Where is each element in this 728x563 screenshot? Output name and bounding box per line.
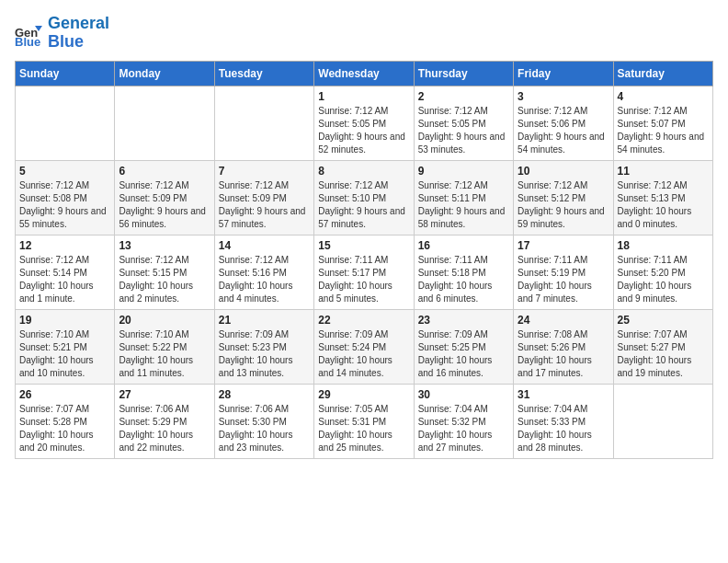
day-number: 28: [219, 388, 310, 401]
day-number: 12: [19, 239, 110, 252]
day-info: Sunrise: 7:11 AM Sunset: 5:19 PM Dayligh…: [518, 254, 609, 305]
day-number: 6: [119, 165, 210, 178]
calendar-cell: 22Sunrise: 7:09 AM Sunset: 5:24 PM Dayli…: [314, 309, 414, 384]
day-number: 25: [618, 314, 709, 327]
week-row-2: 5Sunrise: 7:12 AM Sunset: 5:08 PM Daylig…: [16, 160, 713, 235]
day-info: Sunrise: 7:09 AM Sunset: 5:25 PM Dayligh…: [418, 328, 509, 380]
calendar-cell: 1Sunrise: 7:12 AM Sunset: 5:05 PM Daylig…: [314, 86, 414, 160]
weekday-header-sunday: Sunday: [16, 61, 115, 86]
calendar-cell: [613, 384, 712, 458]
calendar-cell: 3Sunrise: 7:12 AM Sunset: 5:06 PM Daylig…: [514, 86, 613, 160]
day-info: Sunrise: 7:12 AM Sunset: 5:07 PM Dayligh…: [618, 105, 709, 156]
calendar-cell: 5Sunrise: 7:12 AM Sunset: 5:08 PM Daylig…: [16, 160, 115, 235]
calendar-cell: 8Sunrise: 7:12 AM Sunset: 5:10 PM Daylig…: [314, 160, 414, 235]
day-info: Sunrise: 7:11 AM Sunset: 5:20 PM Dayligh…: [618, 254, 709, 305]
logo-text: GeneralBlue: [48, 15, 109, 52]
calendar-cell: 17Sunrise: 7:11 AM Sunset: 5:19 PM Dayli…: [514, 235, 613, 309]
day-number: 17: [518, 239, 609, 252]
day-number: 11: [618, 165, 709, 178]
day-info: Sunrise: 7:11 AM Sunset: 5:18 PM Dayligh…: [418, 254, 509, 305]
day-number: 5: [19, 165, 110, 178]
weekday-header-tuesday: Tuesday: [214, 61, 313, 86]
day-number: 13: [119, 239, 210, 252]
calendar-cell: 24Sunrise: 7:08 AM Sunset: 5:26 PM Dayli…: [514, 309, 613, 384]
day-info: Sunrise: 7:06 AM Sunset: 5:30 PM Dayligh…: [219, 403, 310, 454]
week-row-1: 1Sunrise: 7:12 AM Sunset: 5:05 PM Daylig…: [16, 86, 713, 160]
weekday-header-saturday: Saturday: [613, 61, 712, 86]
day-number: 24: [518, 314, 609, 327]
day-number: 18: [618, 239, 709, 252]
weekday-header-row: SundayMondayTuesdayWednesdayThursdayFrid…: [16, 61, 713, 86]
day-number: 29: [318, 388, 409, 401]
day-info: Sunrise: 7:08 AM Sunset: 5:26 PM Dayligh…: [518, 328, 609, 380]
calendar-cell: 23Sunrise: 7:09 AM Sunset: 5:25 PM Dayli…: [414, 309, 513, 384]
day-info: Sunrise: 7:12 AM Sunset: 5:14 PM Dayligh…: [19, 254, 110, 305]
logo: Gen Blue GeneralBlue: [15, 15, 109, 52]
calendar-cell: 14Sunrise: 7:12 AM Sunset: 5:16 PM Dayli…: [214, 235, 313, 309]
calendar-cell: 20Sunrise: 7:10 AM Sunset: 5:22 PM Dayli…: [115, 309, 214, 384]
day-info: Sunrise: 7:07 AM Sunset: 5:27 PM Dayligh…: [618, 328, 709, 380]
day-number: 1: [318, 90, 409, 103]
day-number: 10: [518, 165, 609, 178]
calendar-cell: 25Sunrise: 7:07 AM Sunset: 5:27 PM Dayli…: [613, 309, 712, 384]
calendar-cell: 27Sunrise: 7:06 AM Sunset: 5:29 PM Dayli…: [115, 384, 214, 458]
day-number: 30: [418, 388, 509, 401]
calendar-cell: 16Sunrise: 7:11 AM Sunset: 5:18 PM Dayli…: [414, 235, 513, 309]
day-number: 16: [418, 239, 509, 252]
day-info: Sunrise: 7:10 AM Sunset: 5:22 PM Dayligh…: [119, 328, 210, 380]
weekday-header-friday: Friday: [514, 61, 613, 86]
day-number: 2: [418, 90, 509, 103]
day-info: Sunrise: 7:12 AM Sunset: 5:06 PM Dayligh…: [518, 105, 609, 156]
day-number: 22: [318, 314, 409, 327]
calendar-cell: [115, 86, 214, 160]
day-info: Sunrise: 7:04 AM Sunset: 5:32 PM Dayligh…: [418, 403, 509, 454]
day-number: 14: [219, 239, 310, 252]
day-info: Sunrise: 7:12 AM Sunset: 5:09 PM Dayligh…: [219, 179, 310, 231]
day-number: 26: [19, 388, 110, 401]
day-number: 21: [219, 314, 310, 327]
day-number: 9: [418, 165, 509, 178]
day-info: Sunrise: 7:12 AM Sunset: 5:11 PM Dayligh…: [418, 179, 509, 231]
day-info: Sunrise: 7:11 AM Sunset: 5:17 PM Dayligh…: [318, 254, 409, 305]
day-info: Sunrise: 7:12 AM Sunset: 5:16 PM Dayligh…: [219, 254, 310, 305]
day-number: 7: [219, 165, 310, 178]
calendar-cell: 2Sunrise: 7:12 AM Sunset: 5:05 PM Daylig…: [414, 86, 513, 160]
logo-icon: Gen Blue: [15, 18, 44, 48]
day-info: Sunrise: 7:04 AM Sunset: 5:33 PM Dayligh…: [518, 403, 609, 454]
calendar-cell: 9Sunrise: 7:12 AM Sunset: 5:11 PM Daylig…: [414, 160, 513, 235]
day-info: Sunrise: 7:06 AM Sunset: 5:29 PM Dayligh…: [119, 403, 210, 454]
calendar-cell: 26Sunrise: 7:07 AM Sunset: 5:28 PM Dayli…: [16, 384, 115, 458]
weekday-header-monday: Monday: [115, 61, 214, 86]
calendar-cell: 12Sunrise: 7:12 AM Sunset: 5:14 PM Dayli…: [16, 235, 115, 309]
weekday-header-wednesday: Wednesday: [314, 61, 414, 86]
page-header: Gen Blue GeneralBlue: [15, 15, 713, 52]
calendar-cell: 29Sunrise: 7:05 AM Sunset: 5:31 PM Dayli…: [314, 384, 414, 458]
day-number: 23: [418, 314, 509, 327]
day-info: Sunrise: 7:12 AM Sunset: 5:15 PM Dayligh…: [119, 254, 210, 305]
calendar-cell: [16, 86, 115, 160]
day-number: 4: [618, 90, 709, 103]
day-info: Sunrise: 7:09 AM Sunset: 5:23 PM Dayligh…: [219, 328, 310, 380]
week-row-4: 19Sunrise: 7:10 AM Sunset: 5:21 PM Dayli…: [16, 309, 713, 384]
calendar-cell: 11Sunrise: 7:12 AM Sunset: 5:13 PM Dayli…: [613, 160, 712, 235]
day-number: 15: [318, 239, 409, 252]
day-info: Sunrise: 7:10 AM Sunset: 5:21 PM Dayligh…: [19, 328, 110, 380]
day-number: 3: [518, 90, 609, 103]
calendar-cell: 15Sunrise: 7:11 AM Sunset: 5:17 PM Dayli…: [314, 235, 414, 309]
day-info: Sunrise: 7:12 AM Sunset: 5:09 PM Dayligh…: [119, 179, 210, 231]
day-number: 31: [518, 388, 609, 401]
calendar-cell: 21Sunrise: 7:09 AM Sunset: 5:23 PM Dayli…: [214, 309, 313, 384]
calendar-cell: 30Sunrise: 7:04 AM Sunset: 5:32 PM Dayli…: [414, 384, 513, 458]
calendar-cell: 10Sunrise: 7:12 AM Sunset: 5:12 PM Dayli…: [514, 160, 613, 235]
calendar-cell: 18Sunrise: 7:11 AM Sunset: 5:20 PM Dayli…: [613, 235, 712, 309]
calendar-cell: 6Sunrise: 7:12 AM Sunset: 5:09 PM Daylig…: [115, 160, 214, 235]
day-info: Sunrise: 7:12 AM Sunset: 5:05 PM Dayligh…: [418, 105, 509, 156]
day-info: Sunrise: 7:12 AM Sunset: 5:12 PM Dayligh…: [518, 179, 609, 231]
day-info: Sunrise: 7:12 AM Sunset: 5:13 PM Dayligh…: [618, 179, 709, 231]
calendar-cell: 31Sunrise: 7:04 AM Sunset: 5:33 PM Dayli…: [514, 384, 613, 458]
day-info: Sunrise: 7:05 AM Sunset: 5:31 PM Dayligh…: [318, 403, 409, 454]
svg-text:Blue: Blue: [15, 35, 40, 48]
calendar-cell: 4Sunrise: 7:12 AM Sunset: 5:07 PM Daylig…: [613, 86, 712, 160]
calendar-cell: 7Sunrise: 7:12 AM Sunset: 5:09 PM Daylig…: [214, 160, 313, 235]
day-info: Sunrise: 7:12 AM Sunset: 5:08 PM Dayligh…: [19, 179, 110, 231]
